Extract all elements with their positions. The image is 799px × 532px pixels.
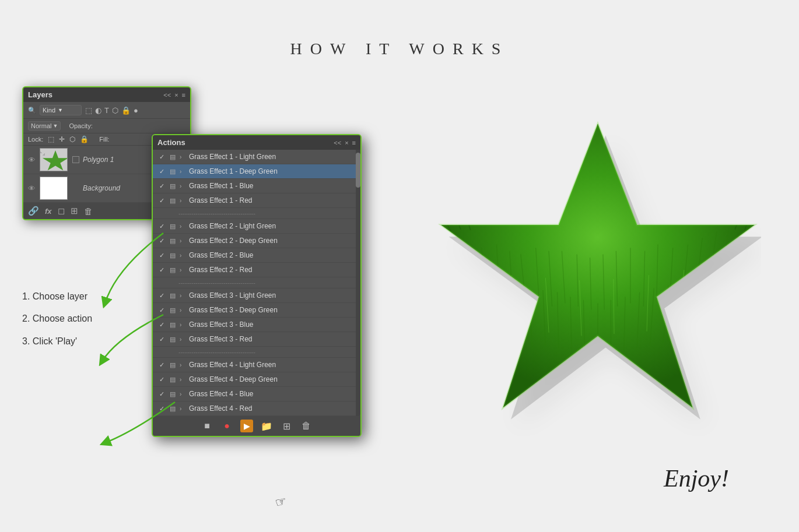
scrollbar-thumb[interactable] <box>356 153 360 188</box>
action-name-label: Grass Effect 4 - Deep Green <box>189 375 356 383</box>
shape-icon[interactable]: ⬡ <box>112 106 118 115</box>
layer-name-polygon1: Polygon 1 <box>83 156 114 164</box>
lock-icon[interactable]: 🔒 <box>121 106 131 115</box>
action-expand-icon[interactable]: › <box>180 252 187 259</box>
action-row[interactable]: ✓▤›Grass Effect 4 - Light Green <box>153 358 360 372</box>
action-row[interactable]: ✓▤›Grass Effect 3 - Red <box>153 332 360 347</box>
action-set-icon: ▤ <box>168 252 177 259</box>
blend-mode-select[interactable]: Normal ▼ <box>28 121 61 131</box>
dot-icon[interactable]: ● <box>134 106 138 115</box>
stop-button[interactable]: ■ <box>201 420 213 432</box>
new-action-button[interactable]: ⊞ <box>280 420 293 432</box>
action-expand-icon[interactable]: › <box>180 336 187 343</box>
action-row[interactable]: ✓▤›Grass Effect 4 - Deep Green <box>153 372 360 387</box>
folder-button[interactable]: 📁 <box>260 420 273 432</box>
chevron-down-icon2: ▼ <box>52 123 58 129</box>
eye-icon-background[interactable]: 👁 <box>28 184 36 193</box>
action-expand-icon[interactable]: › <box>180 307 187 313</box>
action-expand-icon[interactable]: › <box>180 168 187 175</box>
play-button[interactable]: ▶ <box>240 420 253 432</box>
action-expand-icon[interactable]: › <box>180 267 187 273</box>
svg-line-25 <box>502 287 506 342</box>
link-icon[interactable]: 🔗 <box>28 206 39 216</box>
svg-line-24 <box>488 290 493 346</box>
action-expand-icon[interactable]: › <box>180 391 187 397</box>
action-expand-icon[interactable]: › <box>180 238 187 244</box>
fx-icon[interactable]: fx <box>45 207 52 216</box>
lock-all-icon[interactable]: 🔒 <box>80 135 89 143</box>
actions-list[interactable]: ✓▤›Grass Effect 1 - Light Green✓▤›Grass … <box>153 150 360 416</box>
svg-line-39 <box>689 286 697 342</box>
layers-kind-select[interactable]: Kind ▼ <box>40 105 82 115</box>
action-name-label: Grass Effect 1 - Red <box>189 196 356 205</box>
action-expand-icon[interactable]: › <box>180 183 187 189</box>
layers-menu-icon[interactable]: ≡ <box>182 91 185 98</box>
action-checkmark: ✓ <box>157 361 166 369</box>
action-checkmark: ✓ <box>157 405 166 413</box>
action-expand-icon[interactable]: › <box>180 376 187 383</box>
action-expand-icon[interactable]: › <box>180 223 187 230</box>
action-row[interactable]: ✓▤›Grass Effect 4 - Red <box>153 401 360 416</box>
action-row[interactable]: ✓▤›Grass Effect 1 - Red <box>153 193 360 208</box>
actions-close-icon[interactable]: × <box>345 139 348 146</box>
pixel-icon[interactable]: ⬚ <box>85 106 92 115</box>
camera-icon[interactable]: ◻ <box>58 206 65 216</box>
layers-blend-row: Normal ▼ Opacity: <box>23 119 190 133</box>
svg-line-56 <box>604 116 607 131</box>
record-button[interactable]: ● <box>220 420 233 432</box>
instruction-step1: 1. Choose layer <box>22 286 92 308</box>
action-expand-icon[interactable]: › <box>180 362 187 368</box>
action-checkmark: ✓ <box>157 223 166 230</box>
fill-label: Fill: <box>99 136 109 143</box>
action-set-icon: ▤ <box>168 237 177 245</box>
text-icon[interactable]: T <box>104 106 109 115</box>
layers-close-icon[interactable]: × <box>174 91 178 98</box>
layer-thumb-background <box>40 177 68 200</box>
action-name-label: Grass Effect 4 - Red <box>189 404 356 413</box>
action-row[interactable]: ✓▤›Grass Effect 3 - Deep Green <box>153 303 360 318</box>
delete-action-button[interactable]: 🗑 <box>300 420 313 432</box>
action-expand-icon[interactable]: › <box>180 154 187 160</box>
action-row[interactable]: ✓▤›Grass Effect 3 - Blue <box>153 318 360 332</box>
lock-pixel-icon[interactable]: ⬚ <box>48 135 54 143</box>
action-row[interactable]: ✓▤›Grass Effect 2 - Light Green <box>153 219 360 234</box>
lock-move-icon[interactable]: ✛ <box>59 135 65 143</box>
action-row[interactable]: ✓▤›Grass Effect 1 - Blue <box>153 179 360 193</box>
action-name-label: Grass Effect 1 - Deep Green <box>189 167 356 175</box>
action-name-label: Grass Effect 2 - Light Green <box>189 222 356 230</box>
action-expand-icon[interactable]: › <box>180 322 187 328</box>
action-set-icon: ▤ <box>168 390 177 398</box>
action-expand-icon[interactable]: › <box>180 198 187 204</box>
action-row[interactable]: ✓▤›Grass Effect 4 - Blue <box>153 387 360 401</box>
action-name-label: Grass Effect 1 - Light Green <box>189 153 356 161</box>
lock-artboard-icon[interactable]: ⬡ <box>69 135 75 143</box>
action-row[interactable]: ✓▤›Grass Effect 1 - Deep Green <box>153 164 360 179</box>
layers-collapse-icon[interactable]: << <box>163 91 171 98</box>
actions-collapse-icon[interactable]: << <box>334 139 341 146</box>
layer-thumb-polygon1 <box>40 148 68 171</box>
action-checkmark: ✓ <box>157 168 166 175</box>
delete-layer-icon[interactable]: 🗑 <box>84 206 93 216</box>
action-row[interactable]: ✓▤›Grass Effect 2 - Blue <box>153 248 360 263</box>
eye-icon-polygon1[interactable]: 👁 <box>28 156 36 164</box>
action-set-icon: ▤ <box>168 153 177 161</box>
actions-titlebar: Actions << × ≡ <box>153 135 360 150</box>
actions-menu-icon[interactable]: ≡ <box>352 139 356 146</box>
action-row[interactable]: ✓▤›Grass Effect 3 - Light Green <box>153 288 360 303</box>
scrollbar-track[interactable] <box>356 150 360 416</box>
lock-label: Lock: <box>28 136 43 143</box>
action-set-icon: ▤ <box>168 361 177 369</box>
circle-icon[interactable]: ◐ <box>95 106 101 115</box>
grass-star-area <box>414 64 782 484</box>
action-checkmark: ✓ <box>157 376 166 383</box>
action-separator: ------------------------------------ <box>153 347 360 358</box>
action-expand-icon[interactable]: › <box>180 293 187 299</box>
action-expand-icon[interactable]: › <box>180 406 187 412</box>
action-row[interactable]: ✓▤›Grass Effect 2 - Deep Green <box>153 234 360 248</box>
layers-titlebar: Layers << × ≡ <box>23 87 190 102</box>
new-layer-icon[interactable]: ⊞ <box>71 206 78 216</box>
action-checkmark: ✓ <box>157 321 166 329</box>
opacity-label: Opacity: <box>69 122 92 129</box>
action-row[interactable]: ✓▤›Grass Effect 2 - Red <box>153 263 360 277</box>
action-row[interactable]: ✓▤›Grass Effect 1 - Light Green <box>153 150 360 164</box>
